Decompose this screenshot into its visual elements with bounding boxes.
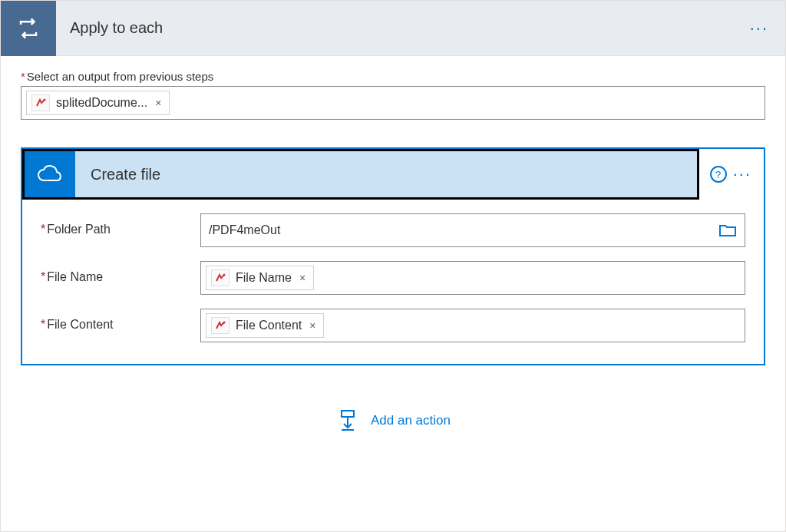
folder-picker-button[interactable] [718,223,737,238]
file-content-row: *File Content File C [41,309,745,342]
apply-to-each-body: *Select an output from previous steps sp… [1,56,785,531]
svg-point-2 [223,322,226,324]
output-label: *Select an output from previous steps [21,70,765,83]
onedrive-icon [36,165,64,183]
required-asterisk: * [21,70,25,83]
loop-icon [17,17,40,40]
connector-icon [31,94,50,111]
create-file-body: *Folder Path /PDF4meOut [22,200,764,364]
file-name-token-text: File Name [234,271,292,285]
file-content-label: *File Content [41,309,200,332]
add-action-button[interactable]: Add an action [21,408,765,433]
create-file-more-button[interactable]: ··· [733,164,751,184]
svg-point-0 [44,99,46,101]
flow-card: Apply to each ··· *Select an output from… [0,0,786,532]
output-input[interactable]: splitedDocume... × [21,86,765,120]
create-file-side: ? ··· [699,149,764,200]
create-file-title: Create file [75,166,160,183]
output-token-text: splitedDocume... [54,96,147,110]
add-action-label: Add an action [371,413,451,428]
folder-path-label: *Folder Path [41,213,200,236]
folder-path-row: *Folder Path /PDF4meOut [41,213,745,247]
folder-path-value: /PDF4meOut [209,223,718,237]
apply-to-each-more-button[interactable]: ··· [733,18,785,38]
apply-to-each-icon-tile [1,1,56,56]
create-file-icon-tile [25,151,75,197]
add-action-icon [335,408,360,433]
file-name-token-remove[interactable]: × [296,272,309,284]
svg-point-1 [223,274,226,276]
file-content-token-text: File Content [234,319,302,332]
output-token-chip[interactable]: splitedDocume... × [26,91,170,115]
apply-to-each-title: Apply to each [56,19,733,37]
apply-to-each-header[interactable]: Apply to each ··· [1,1,785,56]
output-token-remove[interactable]: × [152,97,164,109]
connector-icon [211,317,230,334]
svg-rect-3 [342,411,354,417]
connector-icon [211,269,230,286]
file-content-token-chip[interactable]: File Content × [206,313,324,338]
file-content-token-remove[interactable]: × [306,319,319,332]
help-button[interactable]: ? [710,166,727,183]
file-name-token-chip[interactable]: File Name × [206,266,314,290]
create-file-header[interactable]: Create file [22,149,699,200]
file-content-input[interactable]: File Content × [200,309,745,342]
file-name-label: *File Name [41,261,200,284]
create-file-header-row: Create file ? ··· [22,149,764,200]
folder-path-input[interactable]: /PDF4meOut [200,213,745,247]
file-name-row: *File Name File Name [41,261,745,295]
create-file-card: Create file ? ··· *Folder Path /PDF4meOu… [21,147,765,365]
file-name-input[interactable]: File Name × [200,261,745,295]
